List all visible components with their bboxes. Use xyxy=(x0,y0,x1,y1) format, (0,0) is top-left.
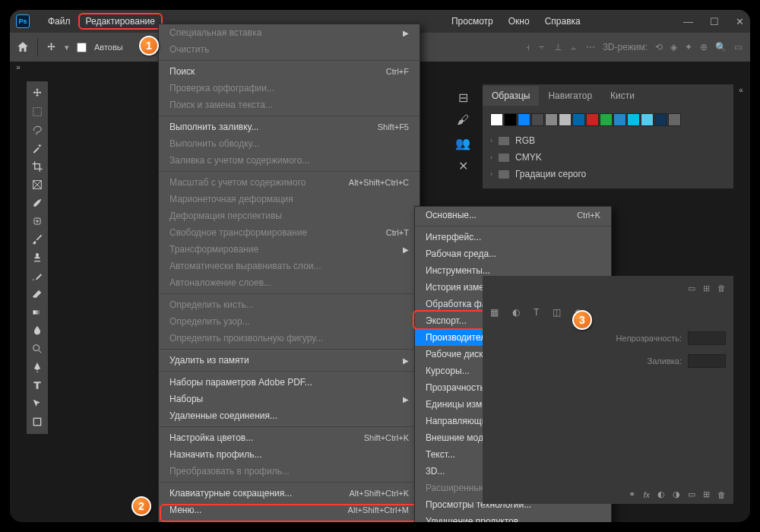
ruler-icon[interactable]: ⊟ xyxy=(451,86,475,109)
menu-item[interactable]: Улучшение продуктов... xyxy=(415,513,611,524)
menu-item[interactable]: Свободное трансформированиеCtrl+T xyxy=(159,224,420,241)
menu-item[interactable]: Очистить xyxy=(159,41,420,58)
lasso-tool[interactable] xyxy=(27,121,48,139)
adjust-icon[interactable]: ◑ xyxy=(673,489,680,499)
crop-tool[interactable] xyxy=(27,157,48,176)
orbit-icon[interactable]: ⟲ xyxy=(655,42,663,52)
menu-item[interactable]: Заливка с учетом содержимого... xyxy=(159,152,420,169)
menu-item[interactable]: Наборы параметров Adobe PDF... xyxy=(159,374,420,391)
menu-view[interactable]: Просмотр xyxy=(444,13,501,30)
pen-tool[interactable] xyxy=(27,358,48,376)
blur-tool[interactable] xyxy=(27,321,48,340)
swatch[interactable] xyxy=(668,113,681,126)
filter-icon[interactable]: ▦ xyxy=(490,307,499,318)
collapse-icon[interactable]: « xyxy=(735,86,747,94)
gradient-tool[interactable] xyxy=(27,303,48,321)
swatch[interactable] xyxy=(586,113,599,126)
wand-tool[interactable] xyxy=(27,139,48,157)
heal-tool[interactable] xyxy=(27,212,48,230)
menu-item[interactable]: Преобразовать в профиль... xyxy=(159,463,420,480)
menu-item[interactable]: Наборы▶ xyxy=(159,391,420,407)
swatch[interactable] xyxy=(504,113,517,126)
menu-item[interactable]: Рабочая среда... xyxy=(415,245,611,262)
menu-item[interactable]: Удалить из памяти▶ xyxy=(159,352,420,369)
folder-rgb[interactable]: ›RGB xyxy=(490,132,726,149)
menu-file[interactable]: Файл xyxy=(40,13,78,30)
align-icon[interactable]: ⫞ xyxy=(525,42,530,52)
swatch[interactable] xyxy=(641,113,654,126)
new-icon[interactable]: ▭ xyxy=(688,283,695,293)
tab-navigator[interactable]: Навигатор xyxy=(539,86,601,106)
menu-item[interactable]: Выполнить заливку...Shift+F5 xyxy=(159,119,420,135)
swatch[interactable] xyxy=(572,113,585,126)
swatch[interactable] xyxy=(518,113,530,126)
move-icon[interactable] xyxy=(46,42,57,53)
people-icon[interactable]: 👥 xyxy=(451,131,475,154)
dodge-tool[interactable] xyxy=(27,340,48,358)
brush-panel-icon[interactable]: 🖌 xyxy=(451,109,475,131)
menu-item[interactable]: Поиск и замена текста... xyxy=(159,97,420,113)
orbit-icon[interactable]: ◈ xyxy=(670,42,677,52)
menu-help[interactable]: Справка xyxy=(537,13,588,30)
menu-item[interactable]: Проверка орфографии... xyxy=(159,80,420,97)
stamp-tool[interactable] xyxy=(27,249,48,267)
orbit-icon[interactable]: ⊕ xyxy=(700,42,708,52)
fx-icon[interactable]: fx xyxy=(643,490,650,499)
filter-icon[interactable]: ◐ xyxy=(512,307,520,318)
trash-icon[interactable]: 🗑 xyxy=(717,490,726,499)
swatch[interactable] xyxy=(545,113,558,126)
menu-item[interactable]: Автоналожение слоев... xyxy=(159,274,420,291)
minimize-icon[interactable]: ― xyxy=(683,16,693,27)
menu-item[interactable]: Панель инструментов... xyxy=(159,518,420,524)
opacity-field[interactable] xyxy=(688,331,726,345)
menu-item[interactable]: Выполнить обводку... xyxy=(159,135,420,152)
filter-icon[interactable]: T xyxy=(534,307,539,318)
menu-window[interactable]: Окно xyxy=(501,13,537,30)
align-icon[interactable]: ⊥ xyxy=(554,42,562,52)
close-icon[interactable]: ✕ xyxy=(736,16,744,27)
menu-item[interactable]: Интерфейс... xyxy=(415,229,611,245)
menu-item[interactable]: Определить узор... xyxy=(159,313,420,330)
menu-item[interactable]: Масштаб с учетом содержимогоAlt+Shift+Ct… xyxy=(159,174,420,191)
type-tool[interactable] xyxy=(27,376,48,394)
new-icon[interactable]: ⊞ xyxy=(703,283,710,293)
search-icon[interactable]: 🔍 xyxy=(715,42,727,52)
menu-item[interactable]: Определить произвольную фигуру... xyxy=(159,330,420,347)
menu-item[interactable]: Основные...Ctrl+K xyxy=(415,207,611,223)
swatch[interactable] xyxy=(654,113,667,126)
swatch[interactable] xyxy=(559,113,572,126)
menu-item[interactable]: Настройка цветов...Shift+Ctrl+K xyxy=(159,429,420,446)
menu-item[interactable]: Определить кисть... xyxy=(159,296,420,313)
trash-icon[interactable]: 🗑 xyxy=(717,283,726,293)
align-icon[interactable]: ⫠ xyxy=(569,42,578,52)
menu-edit[interactable]: Редактирование xyxy=(78,13,163,30)
orbit-icon[interactable]: ✦ xyxy=(685,42,692,52)
menu-item[interactable]: Автоматически выравнивать слои... xyxy=(159,258,420,274)
maximize-icon[interactable]: ☐ xyxy=(710,16,719,27)
fill-field[interactable] xyxy=(688,354,726,368)
tab-brushes[interactable]: Кисти xyxy=(601,86,644,106)
auto-checkbox[interactable] xyxy=(77,43,87,52)
tools-icon[interactable]: ✕ xyxy=(451,154,475,177)
swatch[interactable] xyxy=(613,113,626,126)
swatch[interactable] xyxy=(490,113,503,126)
home-icon[interactable] xyxy=(16,40,30,54)
path-tool[interactable] xyxy=(27,394,48,413)
menu-item[interactable]: Марионеточная деформация xyxy=(159,191,420,207)
tab-swatches[interactable]: Образцы xyxy=(483,86,539,106)
menu-item[interactable]: Клавиатурные сокращения...Alt+Shift+Ctrl… xyxy=(159,485,420,502)
shape-tool[interactable] xyxy=(27,413,48,431)
workspace-icon[interactable]: ▭ xyxy=(734,42,743,52)
menu-item[interactable]: Назначить профиль... xyxy=(159,446,420,463)
filter-icon[interactable]: ◫ xyxy=(553,307,561,318)
swatch[interactable] xyxy=(627,113,640,126)
swatch[interactable] xyxy=(600,113,613,126)
menu-item[interactable]: Трансформирование▶ xyxy=(159,241,420,258)
folder-cmyk[interactable]: ›CMYK xyxy=(490,149,726,166)
more-icon[interactable]: ⋯ xyxy=(586,42,595,52)
mask-icon[interactable]: ◐ xyxy=(657,489,665,499)
new-layer-icon[interactable]: ⊞ xyxy=(703,489,710,499)
frame-tool[interactable] xyxy=(27,176,48,194)
brush-tool[interactable] xyxy=(27,230,48,249)
menu-item[interactable]: Удаленные соединения... xyxy=(159,407,420,424)
